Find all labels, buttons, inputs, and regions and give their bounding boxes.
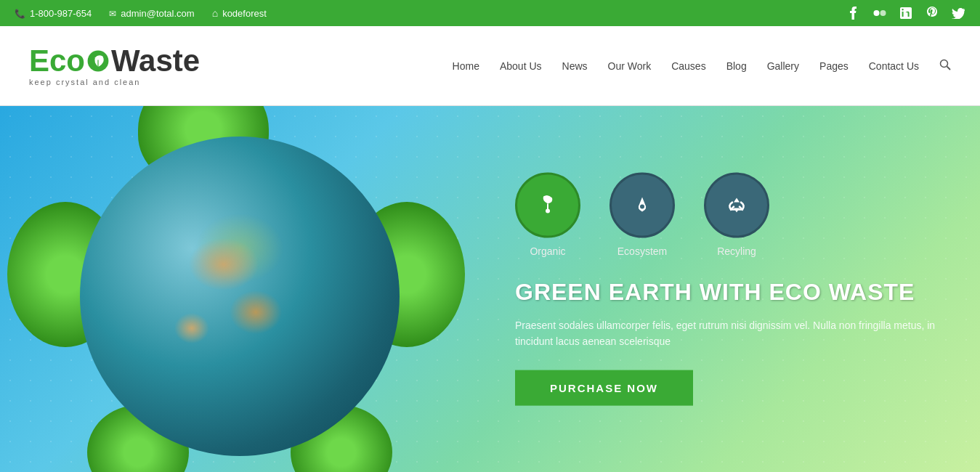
email-address: admin@total.com [121, 8, 194, 19]
ecosystem-label: Ecosystem [617, 245, 667, 257]
hero-title: GREEN EARTH WITH ECO WASTE [515, 279, 936, 306]
flickr-icon[interactable] [872, 6, 887, 20]
hero-description: Praesent sodales ullamcorper felis, eget… [515, 317, 936, 350]
email-item: admin@total.com [109, 8, 194, 19]
logo-leaf-icon [86, 49, 110, 73]
pinterest-icon[interactable] [925, 6, 939, 20]
nav-link-about: About Us [500, 60, 542, 72]
recycling-label: Recyling [717, 245, 756, 257]
home-icon [212, 7, 218, 19]
svg-point-4 [941, 60, 948, 67]
nav-item-home[interactable]: Home [453, 60, 479, 73]
facebook-icon[interactable] [846, 6, 861, 20]
navigation-bar: Eco Waste keep crystal and clean Home Ab… [0, 26, 980, 106]
nav-link-news: News [562, 60, 588, 72]
organic-icon [535, 192, 561, 219]
phone-icon [15, 8, 25, 19]
hero-icons-row: Organic Ecosystem [515, 173, 936, 257]
nav-search-icon[interactable] [939, 59, 951, 73]
svg-point-0 [874, 10, 880, 16]
social-links [846, 6, 965, 20]
nav-link-home: Home [453, 60, 479, 72]
globe-container [29, 106, 450, 472]
nav-item-pages[interactable]: Pages [819, 60, 849, 73]
recycling-icon-circle [704, 173, 769, 238]
icon-item-organic: Organic [515, 173, 580, 257]
globe-land [80, 137, 400, 456]
website-name: kodeforest [222, 8, 267, 19]
logo-eco: Eco [29, 46, 85, 76]
phone-item: 1-800-987-654 [15, 8, 92, 19]
hero-content: Organic Ecosystem [515, 173, 936, 406]
nav-links: Home About Us News Our Work Causes Blog … [453, 59, 951, 73]
svg-line-5 [947, 66, 951, 70]
logo-tagline: keep crystal and clean [29, 78, 140, 86]
purchase-button[interactable]: PURCHASE NOW [515, 370, 693, 405]
mail-icon [109, 8, 116, 19]
nav-link-pages: Pages [819, 60, 849, 72]
nav-link-blog: Blog [726, 60, 747, 72]
top-bar-contact: 1-800-987-654 admin@total.com kodeforest [15, 7, 267, 19]
nav-item-causes[interactable]: Causes [671, 60, 705, 73]
organic-label: Organic [530, 245, 565, 257]
linkedin-icon[interactable] [899, 6, 913, 20]
logo[interactable]: Eco Waste keep crystal and clean [29, 46, 200, 86]
nav-item-about[interactable]: About Us [500, 60, 542, 73]
hero-globe-area [0, 106, 479, 472]
organic-icon-circle [515, 173, 580, 238]
logo-waste: Waste [111, 46, 200, 76]
nav-link-ourwork: Our Work [608, 60, 652, 72]
svg-point-1 [880, 10, 886, 16]
nav-item-news[interactable]: News [562, 60, 588, 73]
nav-link-causes: Causes [671, 60, 705, 72]
icon-item-ecosystem: Ecosystem [610, 173, 675, 257]
ecosystem-icon [630, 193, 655, 218]
globe-sphere [80, 137, 400, 456]
nav-link-gallery: Gallery [767, 60, 799, 72]
top-bar: 1-800-987-654 admin@total.com kodeforest [0, 0, 980, 26]
ecosystem-icon-circle [610, 173, 675, 238]
nav-item-ourwork[interactable]: Our Work [608, 60, 652, 73]
svg-point-8 [640, 205, 644, 209]
website-item: kodeforest [212, 7, 267, 19]
recycling-icon [724, 192, 750, 219]
icon-item-recycling: Recyling [704, 173, 769, 257]
nav-link-contact: Contact Us [869, 60, 919, 72]
hero-section: Organic Ecosystem [0, 106, 980, 472]
nav-item-gallery[interactable]: Gallery [767, 60, 799, 73]
logo-text: Eco Waste [29, 46, 200, 76]
phone-number: 1-800-987-654 [30, 8, 92, 19]
nav-item-contact[interactable]: Contact Us [869, 60, 919, 73]
nav-item-blog[interactable]: Blog [726, 60, 747, 73]
twitter-icon[interactable] [951, 6, 965, 20]
